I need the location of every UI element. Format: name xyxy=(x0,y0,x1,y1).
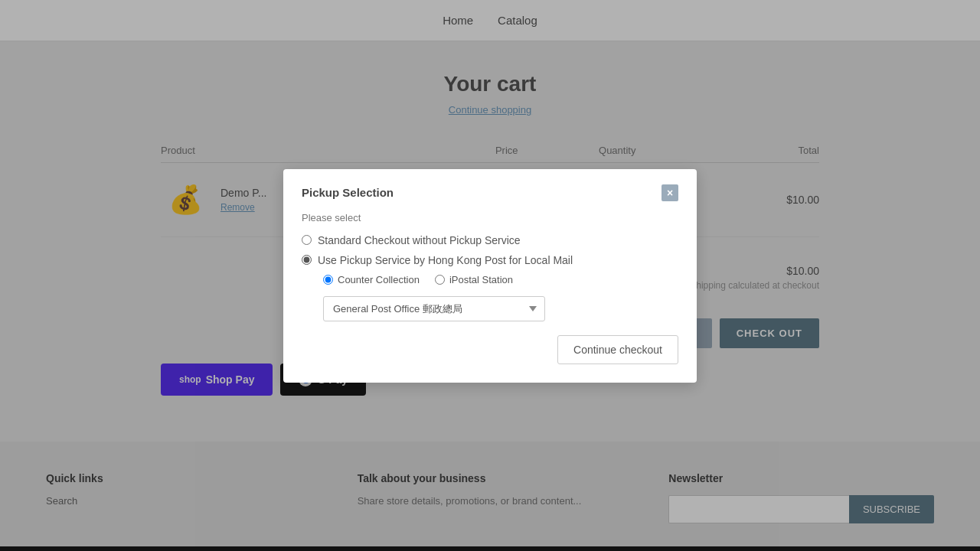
modal-header: Pickup Selection × xyxy=(302,184,678,201)
standard-radio[interactable] xyxy=(302,235,312,245)
counter-radio[interactable] xyxy=(323,275,333,285)
standard-checkout-label: Standard Checkout without Pickup Service xyxy=(318,234,521,246)
ipostal-label: iPostal Station xyxy=(449,274,513,285)
modal-subtitle: Please select xyxy=(302,212,678,223)
modal-title: Pickup Selection xyxy=(302,186,394,199)
continue-checkout-button[interactable]: Continue checkout xyxy=(557,335,678,364)
location-select[interactable]: General Post Office 郵政總局 Wan Chai Post O… xyxy=(323,296,545,321)
modal-footer: Continue checkout xyxy=(302,335,678,364)
ipostal-option[interactable]: iPostal Station xyxy=(435,274,513,285)
pickup-modal: Pickup Selection × Please select Standar… xyxy=(283,169,697,383)
pickup-service-option[interactable]: Use Pickup Service by Hong Kong Post for… xyxy=(302,254,678,266)
location-select-wrap: General Post Office 郵政總局 Wan Chai Post O… xyxy=(323,296,678,321)
modal-close-button[interactable]: × xyxy=(662,184,678,201)
ipostal-radio[interactable] xyxy=(435,275,445,285)
counter-collection-option[interactable]: Counter Collection xyxy=(323,274,420,285)
standard-checkout-option[interactable]: Standard Checkout without Pickup Service xyxy=(302,234,678,246)
pickup-service-label: Use Pickup Service by Hong Kong Post for… xyxy=(318,254,573,266)
modal-overlay[interactable]: Pickup Selection × Please select Standar… xyxy=(0,0,980,551)
sub-radio-group: Counter Collection iPostal Station xyxy=(323,274,678,285)
counter-label: Counter Collection xyxy=(338,274,420,285)
pickup-radio[interactable] xyxy=(302,255,312,265)
